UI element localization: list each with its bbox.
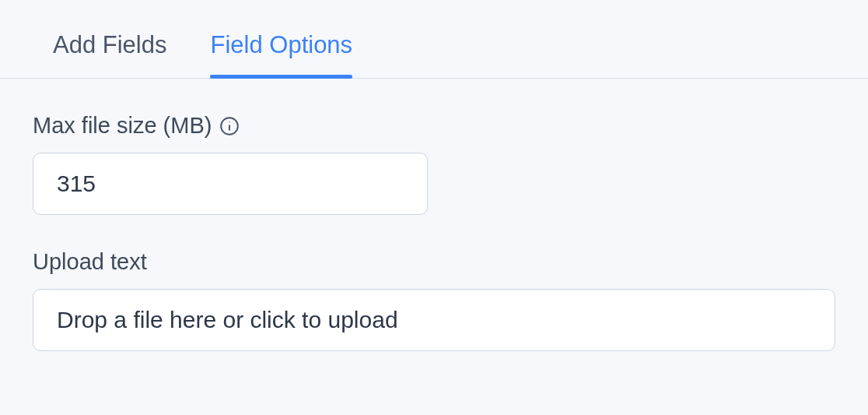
max-file-size-input[interactable] (33, 153, 428, 215)
tab-add-fields[interactable]: Add Fields (53, 31, 166, 78)
tab-label: Field Options (210, 31, 352, 58)
field-group-upload-text: Upload text (33, 249, 835, 351)
upload-text-input[interactable] (33, 289, 835, 351)
label-row: Max file size (MB) (33, 113, 835, 139)
max-file-size-label: Max file size (MB) (33, 113, 212, 139)
tab-field-options[interactable]: Field Options (210, 31, 352, 78)
tab-label: Add Fields (53, 31, 166, 58)
upload-text-label: Upload text (33, 249, 147, 275)
tab-bar: Add Fields Field Options (0, 0, 868, 79)
field-options-panel: Max file size (MB) Upload text (0, 79, 868, 351)
svg-point-2 (229, 121, 230, 122)
field-group-max-file-size: Max file size (MB) (33, 113, 835, 215)
label-row: Upload text (33, 249, 835, 275)
info-icon[interactable] (219, 116, 240, 136)
